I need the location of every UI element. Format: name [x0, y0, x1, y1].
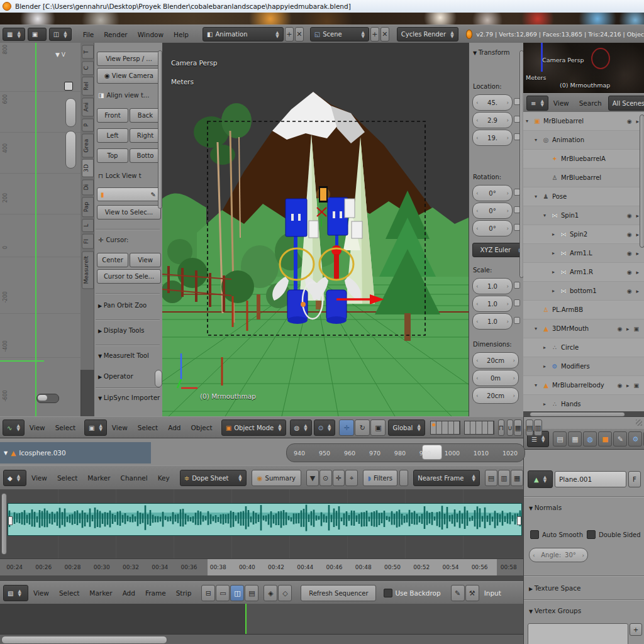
- outliner-row[interactable]: ▸ ⋈ Spin2 ◉ ▸: [523, 225, 644, 244]
- dimensions-z-field[interactable]: 20cm: [472, 387, 519, 404]
- outliner-row[interactable]: ♙ PL.ArmBB: [523, 301, 644, 319]
- align-view-row[interactable]: ◨Align view t...: [98, 92, 149, 99]
- dopesheet-editor-button[interactable]: ◆▲▼: [3, 470, 26, 486]
- add-scene-button[interactable]: +: [370, 27, 379, 42]
- filters-toggle[interactable]: ◗ Filters: [363, 470, 397, 486]
- scale-y-field[interactable]: 1.0: [472, 296, 513, 312]
- visibility-toggles[interactable]: ◉ ▸: [627, 118, 640, 125]
- secondary-viewport[interactable]: Camera Persp Meters (0) Mrmouthmap: [523, 43, 644, 93]
- outliner-row[interactable]: ▸ ∴ Hands: [523, 395, 644, 411]
- cursor-to-selected-button[interactable]: Cursor to Sele...: [97, 269, 161, 284]
- expander-icon[interactable]: ▸: [552, 288, 559, 294]
- outliner-item-label[interactable]: bottom1: [570, 287, 597, 294]
- rotation-y-field[interactable]: 0°: [472, 203, 513, 219]
- right-button[interactable]: Right: [130, 128, 161, 143]
- view3d-editor-button[interactable]: ▣▲▼: [84, 419, 107, 436]
- outliner-item-label[interactable]: Animation: [552, 136, 584, 143]
- 3d-viewport[interactable]: Camera Persp Meters (0) Mrmouthmap: [162, 43, 469, 416]
- tool-shelf-tab[interactable]: Fl: [82, 234, 94, 249]
- expander-icon[interactable]: ▾: [535, 194, 541, 199]
- outliner-row[interactable]: ▾ ◎ Animation: [523, 131, 644, 150]
- info-menu-item[interactable]: File: [83, 31, 94, 38]
- ghost-icon-button[interactable]: ⊙: [319, 470, 332, 486]
- vertex-groups-panel-header[interactable]: Vertex Groups: [529, 607, 581, 614]
- edit-strip-button[interactable]: ⚒: [465, 585, 479, 601]
- render-anim-button[interactable]: ▥: [534, 419, 541, 436]
- properties-tab[interactable]: ◍: [583, 431, 597, 447]
- double-sided-checkbox[interactable]: [587, 530, 596, 539]
- paste-keyframes-button[interactable]: ▥: [498, 470, 511, 486]
- dopesheet-scroller[interactable]: 940950960970980990100010101020: [286, 443, 525, 462]
- properties-tab[interactable]: ▤: [553, 431, 567, 447]
- expander-icon[interactable]: ▾: [535, 382, 541, 388]
- auto-smooth-checkbox[interactable]: [530, 530, 539, 539]
- left-button[interactable]: Left: [97, 128, 128, 143]
- tool-shelf-tab[interactable]: Pap: [82, 197, 94, 217]
- dopesheet-menu-item[interactable]: Marker: [87, 474, 110, 482]
- audio-strip[interactable]: [8, 503, 522, 536]
- mute-strip-button[interactable]: ◈: [264, 585, 277, 601]
- view-to-selected-button[interactable]: View to Selec...: [97, 205, 161, 219]
- channel-view-button[interactable]: ▤: [245, 585, 258, 601]
- rotation-mode-selector[interactable]: XYZ Euler▲▼: [472, 243, 526, 257]
- view3d-menu-item[interactable]: Add: [168, 424, 180, 431]
- expander-icon[interactable]: ▸: [543, 364, 550, 369]
- graph-slider[interactable]: [65, 131, 76, 169]
- graph-toggle[interactable]: [36, 394, 59, 403]
- lock-strip-button[interactable]: ◇: [278, 585, 292, 601]
- properties-tab[interactable]: ▦: [568, 431, 582, 447]
- properties-tab[interactable]: ⚙: [628, 431, 642, 447]
- properties-tab[interactable]: ✎: [613, 431, 627, 447]
- outliner-item-label[interactable]: 3DMrMouth: [552, 325, 589, 332]
- pan-orbit-panel-header[interactable]: Pan Orbit Zoo: [98, 302, 147, 309]
- outliner-row[interactable]: ♙ MrBluebarrel: [523, 169, 644, 187]
- graph-editor-button[interactable]: ∿▲▼: [3, 419, 25, 436]
- tool-shelf-tab[interactable]: MeasureIt: [82, 251, 94, 289]
- select-filter-icon-button[interactable]: ▼: [306, 470, 319, 486]
- zoom-icon-button[interactable]: ⌖: [345, 470, 358, 486]
- front-button[interactable]: Front: [97, 108, 128, 123]
- lock-object-field[interactable]: ▮ ✎: [97, 187, 160, 201]
- mode-selector[interactable]: ▣ Object Mode▲▼: [221, 419, 286, 436]
- back-button[interactable]: Back: [130, 108, 161, 123]
- dopesheet-mode-selector[interactable]: ≑ Dope Sheet▲▼: [180, 470, 247, 486]
- expander-icon[interactable]: ▾: [535, 137, 541, 143]
- outliner-row[interactable]: ▾ ♟ Pose: [523, 187, 644, 206]
- outliner-row[interactable]: ▾ ▲ 3DMrMouth ◉ ▸ ▣: [523, 319, 644, 338]
- timeline-area[interactable]: [0, 604, 523, 644]
- editor-type-button[interactable]: ▦▲▼: [3, 28, 25, 41]
- graph-slider[interactable]: [65, 98, 76, 127]
- timeline-scrollbar-knob[interactable]: [1, 636, 167, 644]
- outliner-item-label[interactable]: MrBluebarrel: [543, 118, 584, 125]
- tool-shelf-tab[interactable]: P: [82, 118, 94, 131]
- normals-panel-header[interactable]: Normals: [529, 504, 562, 511]
- lipsync-panel-header[interactable]: LipSync Importer: [98, 394, 160, 401]
- dopesheet-menu-item[interactable]: Channel: [121, 474, 148, 482]
- scale-x-field[interactable]: 1.0: [472, 278, 513, 294]
- outliner-row[interactable]: ▾ ▲ MrBlubarrelbody ◉ ▸ ▣: [523, 376, 644, 395]
- render-engine-selector[interactable]: Cycles Render▲▼: [397, 27, 458, 42]
- rotate-manipulator-button[interactable]: ↻: [355, 419, 370, 436]
- measureit-panel-header[interactable]: MeasureIt Tool: [98, 352, 149, 359]
- snap-element-button[interactable]: ▦: [514, 419, 521, 436]
- tool-shelf-tab[interactable]: Grea: [82, 134, 94, 158]
- angle-field[interactable]: Angle:30°: [529, 548, 588, 562]
- dopesheet-channel[interactable]: ▼ ▲ Icosphere.030: [0, 442, 151, 464]
- snap-icon-button[interactable]: ✛: [333, 470, 345, 486]
- outliner-row[interactable]: ▸ ∴ Circle: [523, 338, 644, 357]
- outliner-filter-selector[interactable]: All Scenes▲▼: [608, 96, 644, 111]
- tool-shelf-tab[interactable]: Ani: [82, 97, 94, 116]
- view-camera-button[interactable]: ◉View Camera: [97, 68, 161, 84]
- copy-keyframes-button[interactable]: ▤: [485, 470, 497, 486]
- tool-shelf-tab[interactable]: L: [82, 219, 94, 232]
- window-layout-button[interactable]: ◫▲▼: [49, 28, 72, 41]
- mesh-data-icon-button[interactable]: ▲▲▼: [528, 470, 553, 488]
- delete-layout-button[interactable]: ✕: [295, 27, 304, 42]
- outliner-menu-item[interactable]: Search: [579, 99, 602, 107]
- visibility-toggles[interactable]: ◉ ▸ ▣: [617, 382, 640, 389]
- transform-panel-header[interactable]: Transform: [473, 49, 509, 56]
- tool-shelf-tab[interactable]: 3D: [82, 159, 94, 177]
- sequencer-menu-item[interactable]: View: [33, 589, 49, 597]
- layers-widget[interactable]: [430, 421, 494, 435]
- outliner-item-label[interactable]: Pose: [552, 193, 567, 200]
